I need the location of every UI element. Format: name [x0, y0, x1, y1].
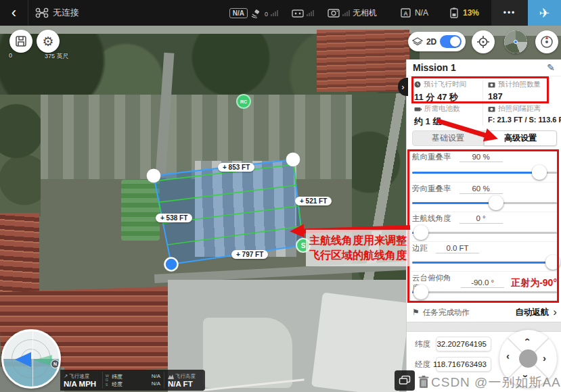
rc-location-marker: RC: [236, 94, 251, 109]
flight-area-polygon[interactable]: [154, 160, 303, 264]
back-button[interactable]: ‹: [0, 0, 28, 26]
flight-mode-value: N/A: [415, 8, 428, 18]
finish-action-value: 自动返航: [515, 307, 549, 318]
edge-length-pill[interactable]: + 797 FT: [231, 250, 268, 259]
chevron-right-icon: ›: [553, 305, 557, 319]
slider-margin: 边距0.0 FT: [412, 241, 557, 271]
side-overlap-input[interactable]: 60 %: [459, 185, 503, 194]
stat-photo-count: 预计拍照数量 187: [488, 80, 558, 101]
watermark: CSDN @一别如斯AA: [431, 374, 561, 391]
edit-mission-button[interactable]: ✎: [547, 62, 555, 73]
more-icon: •••: [503, 8, 516, 18]
tab-advanced-settings[interactable]: 高级设置: [484, 130, 557, 146]
compass-north-badge: N: [51, 360, 60, 368]
slider-main-line-angle: 主航线角度0 °: [412, 212, 557, 241]
locate-button[interactable]: [472, 30, 495, 53]
stat-photo-interval: 拍照间隔距离 F: 21.3 FT / S: 113.6 FT: [488, 104, 560, 124]
save-mission-button[interactable]: [9, 30, 32, 53]
edge-length-pill[interactable]: + 521 FT: [295, 197, 332, 205]
latitude-input[interactable]: 32.202764195: [436, 337, 491, 351]
altitude-icon: [168, 374, 174, 379]
airplane-icon: ✈: [539, 5, 550, 21]
wgs-label: WGS: [103, 370, 110, 391]
telemetry-altitude: 飞行高度 N/A FT: [164, 370, 205, 391]
slider-track[interactable]: [412, 232, 557, 234]
connection-status: 无连接: [53, 7, 79, 19]
map-layer-button[interactable]: [504, 30, 527, 53]
main-line-angle-input[interactable]: 0 °: [459, 214, 503, 224]
slider-track[interactable]: [412, 172, 557, 174]
dpad-center-button[interactable]: [519, 349, 537, 368]
gear-icon: ⚙: [42, 34, 53, 49]
slider-track[interactable]: [412, 262, 557, 264]
latitude-row: 纬度 32.202764195: [415, 337, 491, 351]
slider-gimbal-pitch: 云台俯仰角度 -90.0 ° 正射为-90°: [412, 271, 557, 301]
vertex-handle[interactable]: [286, 153, 300, 167]
map-mode-label: 2D: [426, 37, 436, 47]
gimbal-pitch-input[interactable]: -90.0 °: [461, 278, 504, 288]
slider-fill: [412, 172, 539, 174]
remote-controller-icon: [292, 9, 304, 18]
camera-status: 无相机: [353, 7, 377, 19]
finish-action-row[interactable]: ⚑ 任务完成动作 自动返航 ›: [412, 304, 557, 320]
slider-thumb[interactable]: [532, 165, 547, 180]
frontal-overlap-input[interactable]: 90 %: [459, 153, 503, 162]
more-menu-button[interactable]: •••: [491, 0, 528, 26]
back-icon: ‹: [12, 4, 16, 22]
annotation-note: 主航线角度用来调整 飞行区域的航线角度: [306, 230, 410, 266]
speed-icon: ↗: [64, 373, 68, 379]
camera-signal-bars: [342, 9, 350, 16]
app-window: 0 375 英尺 S RC + 853 FT + 521 FT + 538 FT…: [0, 0, 561, 392]
clock-icon: [414, 81, 421, 88]
map-source-button[interactable]: [395, 370, 415, 391]
top-status-bar: ‹ 无连接 N/A 0 无相机 A N/A 13% ••: [0, 0, 561, 26]
layers-icon: [399, 375, 411, 386]
svg-text:A: A: [403, 10, 408, 17]
finish-action-label: 任务完成动作: [423, 308, 470, 318]
mission-settings-button[interactable]: ⚙: [37, 30, 60, 53]
drone-icon: [35, 7, 49, 18]
compass-reset-button[interactable]: [535, 30, 558, 53]
slider-thumb[interactable]: [413, 225, 428, 240]
slider-thumb[interactable]: [545, 255, 560, 270]
delete-mission-button[interactable]: [418, 375, 430, 389]
save-icon: [15, 35, 27, 47]
map-2d-toggle[interactable]: [440, 35, 462, 48]
battery-percent: 13%: [463, 8, 479, 18]
slider-thumb[interactable]: [489, 195, 503, 210]
edge-length-pill[interactable]: + 853 FT: [218, 163, 254, 172]
dpad-left-button[interactable]: ›: [506, 352, 510, 364]
camera-icon: [328, 8, 340, 18]
chevron-right-icon: ›: [401, 82, 404, 92]
margin-input[interactable]: 0.0 FT: [436, 244, 479, 253]
stat-batteries: 所需电池数 约 1 组: [414, 104, 480, 128]
slider-track[interactable]: [412, 291, 557, 293]
map-layers-icon: [412, 37, 423, 47]
takeoff-button[interactable]: ✈: [528, 0, 561, 26]
telemetry-bar: ↗飞行速度 N/A MPH WGS 纬度N/A 经度N/A 飞行高度 N/A F…: [60, 370, 205, 391]
map-thumbnail: [504, 30, 527, 53]
stats-divider: [483, 80, 483, 126]
vertex-handle-selected[interactable]: [165, 258, 178, 271]
vertex-handle[interactable]: [147, 169, 161, 183]
map-mode-control: 2D: [408, 32, 466, 51]
tab-basic-settings[interactable]: 基础设置: [412, 130, 484, 146]
rc-marker-label: RC: [240, 99, 247, 104]
stat-flight-time: 预计飞行时间 11 分 47 秒: [414, 80, 480, 103]
slider-thumb[interactable]: [413, 285, 428, 299]
dpad-up-button[interactable]: ›: [520, 338, 532, 341]
slider-track[interactable]: [412, 202, 557, 204]
longitude-row: 经度 118.716763493: [415, 357, 491, 372]
edge-length-pill[interactable]: + 538 FT: [156, 214, 192, 222]
panel-header: Mission 1 ✎: [407, 59, 561, 76]
telemetry-speed: ↗飞行速度 N/A MPH: [60, 370, 102, 391]
dpad-right-button[interactable]: ›: [543, 352, 546, 364]
aircraft-arrow-icon: [15, 352, 31, 367]
latitude-label: 纬度: [415, 339, 430, 349]
longitude-input[interactable]: 118.716763493: [436, 357, 491, 372]
slider-fill: [412, 262, 553, 264]
rc-signal-bars: [307, 9, 314, 16]
start-marker-label: S: [301, 242, 306, 249]
nadir-annotation: 正射为-90°: [511, 277, 557, 289]
annotation-line2: 飞行区域的航线角度: [309, 248, 407, 263]
